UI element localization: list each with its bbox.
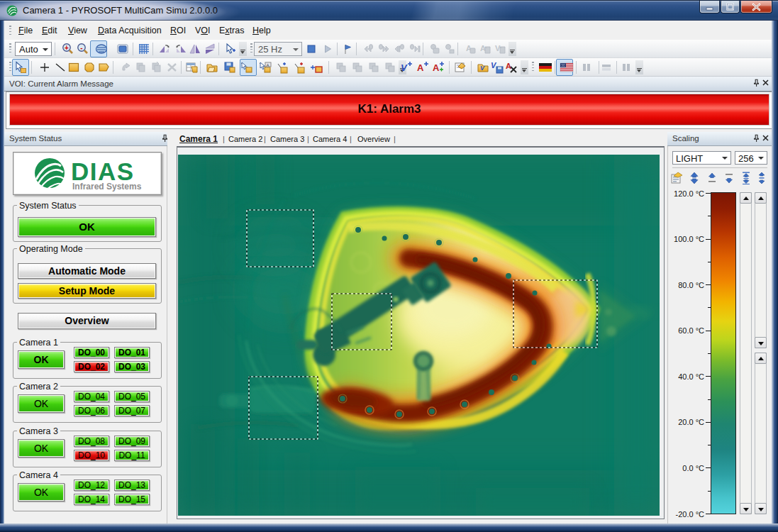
- svg-text:+: +: [65, 44, 69, 52]
- svg-text:V: V: [401, 62, 408, 73]
- svg-text:A: A: [417, 62, 424, 73]
- svg-text:-: -: [80, 44, 82, 52]
- svg-text:A: A: [433, 62, 440, 73]
- svg-text:A: A: [506, 62, 511, 70]
- svg-text:V: V: [480, 65, 485, 72]
- svg-text:A: A: [267, 63, 269, 67]
- svg-text:Infrared Systems: Infrared Systems: [72, 182, 142, 192]
